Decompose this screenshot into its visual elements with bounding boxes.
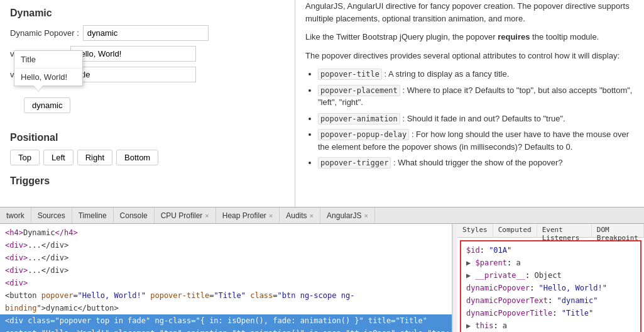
dynamic-button[interactable]: dynamic xyxy=(24,97,70,113)
right-para2: Like the Twitter Bootstrap jQuery plugin… xyxy=(305,31,634,43)
html-line: <button popover="Hello, World!" popover-… xyxy=(0,289,452,302)
dynamic-popover-input[interactable] xyxy=(83,25,209,41)
tab-cpu-profiler[interactable]: CPU Profiler× xyxy=(155,208,216,223)
tab-dom-breakpoint[interactable]: DOM Breakpoint xyxy=(592,224,644,237)
triggers-section: Triggers xyxy=(10,175,285,187)
tab-network[interactable]: twork xyxy=(0,208,31,223)
popover-arrow-inner xyxy=(34,86,43,91)
html-line: <div>...</div> xyxy=(0,252,452,264)
positional-title: Positional xyxy=(10,132,285,143)
code-popover-animation: popover-animation xyxy=(318,113,400,124)
list-item: popover-popup-delay : For how long shoul… xyxy=(318,128,634,153)
tab-event-listeners[interactable]: Event Listeners xyxy=(537,224,592,237)
left-panel: Dynamic Dynamic Popover : Title Hello, W… xyxy=(0,0,295,207)
right-list: popover-title : A string to display as a… xyxy=(318,68,634,169)
styles-content: $id: "01A" ▶ $parent: a ▶ __private__: O… xyxy=(460,240,641,332)
html-line: <div> xyxy=(0,277,452,289)
prop-this: ▶ this: a xyxy=(466,319,635,332)
html-line: <div>...</div> xyxy=(0,264,452,277)
pos-btn-right[interactable]: Right xyxy=(77,150,112,165)
popover-title-bar: Title xyxy=(14,51,82,69)
devtools-tabs: twork Sources Timeline Console CPU Profi… xyxy=(0,208,644,224)
html-line-highlight: content="Hello, World!" placement="top" … xyxy=(0,327,452,332)
prop-dynamic-popover: dynamicPopover: "Hello, World!" xyxy=(466,282,635,294)
scrollbar[interactable] xyxy=(452,224,457,332)
code-popover-popup-delay: popover-popup-delay xyxy=(318,129,409,140)
code-popover-trigger: popover-trigger xyxy=(318,157,391,169)
devtools-panel: twork Sources Timeline Console CPU Profi… xyxy=(0,208,644,332)
prop-dynamic-popover-text: dynamicPopoverText: "dynamic" xyxy=(466,294,635,307)
close-heap-profiler-icon[interactable]: × xyxy=(269,212,273,219)
list-item: popover-placement : Where to place it? D… xyxy=(318,84,634,109)
positional-section: Positional Top Left Right Bottom xyxy=(10,132,285,165)
tab-timeline[interactable]: Timeline xyxy=(72,208,114,223)
dynamic-popover-row: Dynamic Popover : xyxy=(10,25,285,41)
expand-private-icon[interactable]: ▶ xyxy=(466,271,471,280)
html-line: <h4>Dynamic</h4> xyxy=(0,226,452,239)
dynamic-title: Dynamic xyxy=(10,8,285,19)
tab-console[interactable]: Console xyxy=(114,208,155,223)
triggers-title: Triggers xyxy=(10,175,285,187)
code-popover-placement: popover-placement xyxy=(318,85,400,96)
dynamic-popover-label: Dynamic Popover : xyxy=(10,28,79,38)
tab-sources[interactable]: Sources xyxy=(31,208,72,223)
popup-title-input[interactable] xyxy=(70,67,196,82)
html-line: <div>...</div> xyxy=(0,239,452,252)
tab-angularjs[interactable]: AngularJS× xyxy=(320,208,375,223)
html-line-highlight: <div class="popover top in fade" ng-clas… xyxy=(0,314,452,327)
popover-tooltip: Title Hello, World! xyxy=(14,50,83,86)
list-item: popover-animation : Should it fade in an… xyxy=(318,113,634,125)
right-para3: The popover directives provides several … xyxy=(305,50,634,62)
expand-parent-icon[interactable]: ▶ xyxy=(466,258,471,267)
close-cpu-profiler-icon[interactable]: × xyxy=(205,212,209,219)
prop-parent: ▶ $parent: a xyxy=(466,257,635,269)
pos-btn-left[interactable]: Left xyxy=(43,150,74,165)
prop-dynamic-popover-title: dynamicPopoverTitle: "Title" xyxy=(466,307,635,319)
tab-heap-profiler[interactable]: Heap Profiler× xyxy=(216,208,280,223)
popover-content: Hello, World! xyxy=(14,69,82,86)
tab-audits[interactable]: Audits× xyxy=(280,208,320,223)
close-audits-icon[interactable]: × xyxy=(310,212,314,219)
pos-btn-top[interactable]: Top xyxy=(10,150,40,165)
positional-buttons: Top Left Right Bottom xyxy=(10,150,285,165)
devtools-content: <h4>Dynamic</h4> <div>...</div> <div>...… xyxy=(0,224,644,332)
html-line: binding">dynamic</button> xyxy=(0,302,452,314)
prop-private: ▶ __private__: Object xyxy=(466,269,635,282)
pos-btn-bottom[interactable]: Bottom xyxy=(116,150,158,165)
code-popover-title: popover-title xyxy=(318,69,382,80)
html-panel: <h4>Dynamic</h4> <div>...</div> <div>...… xyxy=(0,224,452,332)
prop-id: $id: "01A" xyxy=(466,244,635,257)
list-item: popover-trigger : What should trigger th… xyxy=(318,157,634,169)
right-para1: AngularJS, AngularUI directive for fancy… xyxy=(305,0,634,25)
list-item: popover-title : A string to display as a… xyxy=(318,68,634,80)
tab-computed[interactable]: Computed xyxy=(493,224,537,237)
styles-tabs: Styles Computed Event Listeners DOM Brea… xyxy=(457,224,644,238)
top-section: Dynamic Dynamic Popover : Title Hello, W… xyxy=(0,0,644,208)
expand-this-icon[interactable]: ▶ xyxy=(466,321,471,330)
right-panel: AngularJS, AngularUI directive for fancy… xyxy=(295,0,644,207)
tab-styles[interactable]: Styles xyxy=(457,224,493,237)
styles-panel: Styles Computed Event Listeners DOM Brea… xyxy=(457,224,644,332)
close-angularjs-icon[interactable]: × xyxy=(364,212,368,219)
popup-text-input[interactable] xyxy=(70,46,196,62)
